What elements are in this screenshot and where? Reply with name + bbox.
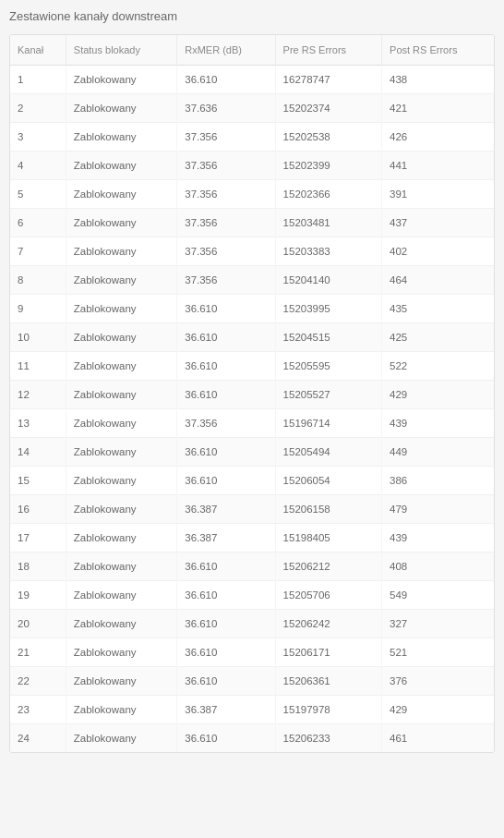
table-cell: 391 [382,180,494,209]
table-cell: 37.356 [177,266,275,295]
table-cell: 36.610 [177,352,275,381]
table-cell: 15203995 [275,295,381,323]
table-cell: Zablokowany [66,438,176,467]
table-cell: 36.387 [177,696,275,724]
table-cell: 15203383 [275,237,381,266]
page-title: Zestawione kanały downstream [9,9,495,23]
table-row: 13Zablokowany37.35615196714439 [10,409,494,438]
table-cell: Zablokowany [66,409,176,438]
table-cell: 37.356 [177,123,275,152]
table-cell: 15197978 [275,696,381,724]
table-cell: 15202399 [275,152,381,180]
table-cell: Zablokowany [66,638,176,667]
table-cell: 15203481 [275,209,381,237]
table-cell: 439 [382,409,494,438]
table-cell: 429 [382,696,494,724]
table-row: 22Zablokowany36.61015206361376 [10,667,494,696]
table-body: 1Zablokowany36.610162787474382Zablokowan… [10,66,494,753]
table-cell: 18 [10,553,66,581]
table-cell: 461 [382,724,494,753]
table-cell: 425 [382,323,494,352]
table-cell: 15202538 [275,123,381,152]
table-cell: Zablokowany [66,66,176,94]
table-cell: 15204140 [275,266,381,295]
table-cell: Zablokowany [66,381,176,409]
table-cell: 438 [382,66,494,94]
table-cell: 36.387 [177,524,275,553]
table-cell: 36.610 [177,553,275,581]
table-cell: 5 [10,180,66,209]
table-cell: 11 [10,352,66,381]
table-row: 19Zablokowany36.61015205706549 [10,581,494,610]
table-cell: Zablokowany [66,94,176,123]
table-cell: 12 [10,381,66,409]
table-cell: 23 [10,696,66,724]
table-cell: 10 [10,323,66,352]
table-row: 2Zablokowany37.63615202374421 [10,94,494,123]
table-row: 16Zablokowany36.38715206158479 [10,495,494,524]
table-cell: 479 [382,495,494,524]
table-cell: 4 [10,152,66,180]
table-cell: 37.356 [177,152,275,180]
table-cell: Zablokowany [66,724,176,753]
table-cell: Zablokowany [66,553,176,581]
table-row: 8Zablokowany37.35615204140464 [10,266,494,295]
table-cell: Zablokowany [66,667,176,696]
table-cell: 16278747 [275,66,381,94]
table-row: 18Zablokowany36.61015206212408 [10,553,494,581]
table-header-cell: Kanał [10,35,66,66]
table-cell: 429 [382,381,494,409]
table-cell: 15202374 [275,94,381,123]
table-cell: 15205494 [275,438,381,467]
table-cell: Zablokowany [66,696,176,724]
table-cell: 15206242 [275,610,381,638]
table-cell: 24 [10,724,66,753]
table-cell: 17 [10,524,66,553]
table-cell: 15 [10,467,66,495]
table-cell: Zablokowany [66,123,176,152]
table-cell: 408 [382,553,494,581]
table-cell: 14 [10,438,66,467]
table-row: 11Zablokowany36.61015205595522 [10,352,494,381]
table-cell: 36.610 [177,610,275,638]
table-cell: 15206233 [275,724,381,753]
table-cell: 36.610 [177,295,275,323]
table-cell: Zablokowany [66,352,176,381]
table-cell: 36.610 [177,724,275,753]
table-cell: 327 [382,610,494,638]
table-cell: 402 [382,237,494,266]
table-row: 5Zablokowany37.35615202366391 [10,180,494,209]
table-row: 20Zablokowany36.61015206242327 [10,610,494,638]
table-cell: 449 [382,438,494,467]
table-cell: 15205706 [275,581,381,610]
table-cell: 36.610 [177,438,275,467]
table-header-row: KanałStatus blokadyRxMER (dB)Pre RS Erro… [10,35,494,66]
table-cell: 464 [382,266,494,295]
table-row: 15Zablokowany36.61015206054386 [10,467,494,495]
table-cell: Zablokowany [66,610,176,638]
table-cell: 7 [10,237,66,266]
table-row: 9Zablokowany36.61015203995435 [10,295,494,323]
table-cell: 20 [10,610,66,638]
table-row: 1Zablokowany36.61016278747438 [10,66,494,94]
table-cell: 15206212 [275,553,381,581]
table-cell: 15206158 [275,495,381,524]
table-cell: 37.636 [177,94,275,123]
table-row: 4Zablokowany37.35615202399441 [10,152,494,180]
table-header-cell: Status blokady [66,35,176,66]
table-cell: 36.610 [177,581,275,610]
table-cell: 19 [10,581,66,610]
table-row: 17Zablokowany36.38715198405439 [10,524,494,553]
table-cell: 426 [382,123,494,152]
table-cell: 36.610 [177,467,275,495]
table-cell: 36.610 [177,667,275,696]
table-cell: 549 [382,581,494,610]
table-cell: 21 [10,638,66,667]
table-cell: 522 [382,352,494,381]
table-cell: 421 [382,94,494,123]
table-cell: 36.610 [177,66,275,94]
table-cell: Zablokowany [66,180,176,209]
table-row: 21Zablokowany36.61015206171521 [10,638,494,667]
table-cell: Zablokowany [66,467,176,495]
table-cell: 9 [10,295,66,323]
